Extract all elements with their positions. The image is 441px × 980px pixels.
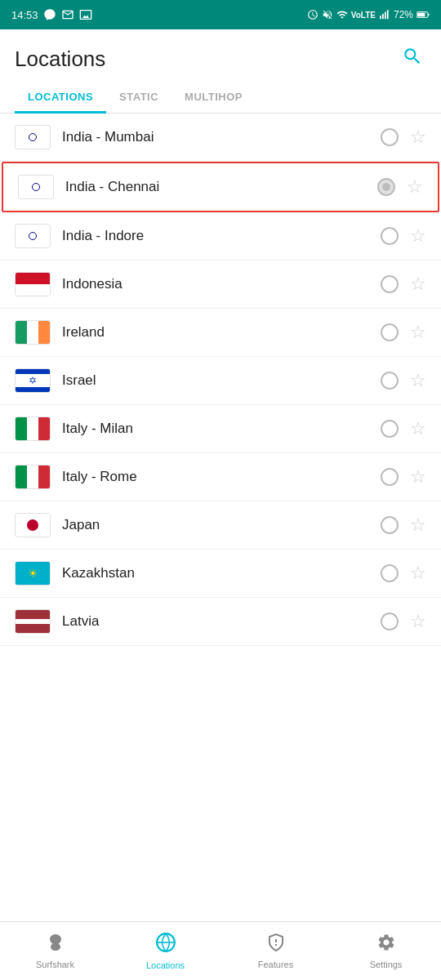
select-radio-active[interactable] <box>377 178 395 196</box>
favorite-button[interactable]: ☆ <box>408 370 426 391</box>
signal-icon <box>379 9 390 20</box>
favorite-button[interactable]: ☆ <box>408 127 426 148</box>
favorite-button[interactable]: ☆ <box>408 418 426 439</box>
battery-icon <box>416 10 430 20</box>
list-item[interactable]: Italy - Milan ☆ <box>0 405 441 453</box>
ireland-flag <box>15 320 51 345</box>
list-item[interactable]: Japan ☆ <box>0 501 441 550</box>
tab-locations[interactable]: LOCATIONS <box>15 82 106 114</box>
search-icon <box>402 46 423 67</box>
tab-static[interactable]: STATIC <box>106 82 172 114</box>
italy-milan-flag <box>15 416 51 441</box>
select-radio[interactable] <box>381 372 399 390</box>
favorite-button[interactable]: ☆ <box>408 225 426 247</box>
favorite-button[interactable]: ☆ <box>405 176 423 198</box>
nav-item-features[interactable]: Features <box>220 933 331 969</box>
india-chennai-flag <box>18 175 54 199</box>
nav-label: Settings <box>370 960 403 969</box>
list-item[interactable]: India - Indore ☆ <box>0 212 441 261</box>
location-name: Ireland <box>62 324 381 341</box>
status-bar: 14:53 VoLTE 72% <box>0 0 441 29</box>
svg-rect-0 <box>380 16 381 19</box>
nav-label: Surfshark <box>36 960 74 969</box>
italy-rome-flag <box>15 465 51 489</box>
nav-item-settings[interactable]: Settings <box>331 933 441 969</box>
location-name: India - Chennai <box>65 179 377 195</box>
japan-flag <box>15 513 51 537</box>
volte-icon: VoLTE <box>351 11 376 20</box>
favorite-button[interactable]: ☆ <box>408 274 426 295</box>
svg-rect-2 <box>385 12 386 20</box>
features-icon <box>266 933 286 957</box>
location-name: Italy - Milan <box>62 421 381 437</box>
gallery-icon <box>79 8 92 21</box>
gmail-icon <box>61 8 74 21</box>
tab-multihop[interactable]: MULTIHOP <box>172 82 256 114</box>
location-name: Israel <box>62 372 381 389</box>
svg-rect-1 <box>382 14 384 19</box>
favorite-button[interactable]: ☆ <box>408 514 426 536</box>
status-icons: VoLTE 72% <box>307 9 430 20</box>
battery-display: 72% <box>394 9 413 20</box>
select-radio[interactable] <box>381 128 399 146</box>
svg-rect-3 <box>387 10 389 19</box>
select-radio[interactable] <box>381 468 399 486</box>
location-name: Indonesia <box>62 276 381 292</box>
location-list: India - Mumbai ☆ India - Chennai ☆ India… <box>0 114 441 646</box>
time-display: 14:53 <box>11 9 38 21</box>
nav-label: Features <box>258 960 293 969</box>
india-mumbai-flag <box>15 125 51 149</box>
select-radio[interactable] <box>381 275 399 293</box>
bottom-navigation: Surfshark Locations Features Set <box>0 921 441 980</box>
alarm-icon <box>307 9 318 20</box>
list-item[interactable]: Italy - Rome ☆ <box>0 453 441 501</box>
location-name: India - Indore <box>62 228 381 244</box>
mute-icon <box>322 9 333 20</box>
location-name: Japan <box>62 517 381 533</box>
indonesia-flag <box>15 272 51 296</box>
list-item[interactable]: Latvia ☆ <box>0 598 441 646</box>
list-item[interactable]: Indonesia ☆ <box>0 261 441 309</box>
location-name: Kazakhstan <box>62 565 381 581</box>
location-name: Latvia <box>62 613 381 630</box>
page-title: Locations <box>15 47 105 72</box>
location-name: Italy - Rome <box>62 469 381 485</box>
select-radio[interactable] <box>381 612 399 630</box>
wifi-icon <box>336 9 348 20</box>
nav-label-active: Locations <box>146 960 185 970</box>
kazakhstan-flag: ☀ <box>15 561 51 586</box>
list-item[interactable]: Ireland ☆ <box>0 309 441 357</box>
location-list-container: India - Mumbai ☆ India - Chennai ☆ India… <box>0 114 441 711</box>
israel-flag: ✡ <box>15 368 51 393</box>
select-radio[interactable] <box>381 564 399 582</box>
favorite-button[interactable]: ☆ <box>408 466 426 488</box>
select-radio[interactable] <box>381 323 399 341</box>
india-indore-flag <box>15 224 51 248</box>
list-item-selected[interactable]: India - Chennai ☆ <box>2 162 439 212</box>
favorite-button[interactable]: ☆ <box>408 611 426 632</box>
list-item[interactable]: ☀ Kazakhstan ☆ <box>0 550 441 598</box>
favorite-button[interactable]: ☆ <box>408 322 426 343</box>
nav-item-locations[interactable]: Locations <box>110 932 220 970</box>
page-header: Locations <box>0 29 441 76</box>
latvia-flag <box>15 609 51 634</box>
list-item[interactable]: India - Mumbai ☆ <box>0 114 441 162</box>
tab-bar: LOCATIONS STATIC MULTIHOP <box>0 82 441 114</box>
messenger-icon <box>43 8 56 21</box>
location-name: India - Mumbai <box>62 129 381 145</box>
list-item[interactable]: ✡ Israel ☆ <box>0 357 441 405</box>
select-radio[interactable] <box>381 420 399 438</box>
status-time: 14:53 <box>11 8 92 21</box>
favorite-button[interactable]: ☆ <box>408 563 426 584</box>
nav-item-surfshark[interactable]: Surfshark <box>0 933 110 969</box>
svg-rect-5 <box>417 13 425 17</box>
select-radio[interactable] <box>381 227 399 245</box>
surfshark-icon <box>46 933 65 957</box>
settings-icon <box>376 933 396 957</box>
select-radio[interactable] <box>381 516 399 534</box>
search-button[interactable] <box>399 42 426 76</box>
svg-rect-6 <box>428 14 429 16</box>
locations-nav-icon <box>155 932 176 958</box>
